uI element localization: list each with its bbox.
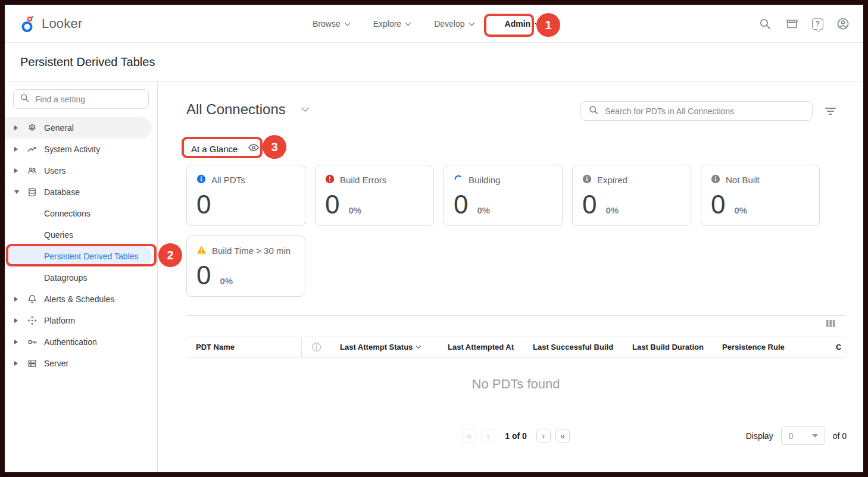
card-value: 0 <box>196 263 211 288</box>
select-caret-icon <box>812 434 818 438</box>
sidebar-item-platform[interactable]: Platform <box>5 310 157 331</box>
main-menu: Browse Explore Develop Admin <box>313 5 539 43</box>
display-of-label: of 0 <box>833 431 847 441</box>
card-percent: 0% <box>220 276 233 286</box>
previous-page-button[interactable]: ‹ <box>481 429 495 443</box>
menu-explore[interactable]: Explore <box>373 19 410 29</box>
pdt-main-content: All Connections At a Glance <box>158 81 863 472</box>
card-build-errors: Build Errors 0 0% <box>315 165 434 226</box>
display-count-control: Display 0 of 0 <box>746 426 847 445</box>
menu-admin[interactable]: Admin <box>505 19 540 29</box>
sidebar-item-database[interactable]: Database <box>5 181 157 203</box>
sidebar-item-server[interactable]: Server <box>5 353 157 374</box>
sidebar-item-alerts-schedules[interactable]: Alerts & Schedules <box>5 288 157 310</box>
card-build-time: Build Time > 30 min 0 0% <box>186 236 305 297</box>
expand-arrow-icon[interactable] <box>14 318 18 323</box>
server-icon <box>26 358 38 369</box>
display-count-value: 0 <box>789 431 794 441</box>
sidebar-item-users[interactable]: Users <box>5 160 157 181</box>
card-percent: 0% <box>605 205 619 215</box>
page-header: Persistent Derived Tables <box>5 43 863 81</box>
card-value: 0 <box>454 192 468 217</box>
card-all-pdts: All PDTs 0 <box>186 165 305 226</box>
glance-cards-row: All PDTs 0 Build Errors 0 0% <box>186 165 820 226</box>
expand-arrow-icon[interactable] <box>14 297 18 302</box>
pdt-table-header: PDT Name Last Attempt Status Last Attemp… <box>186 337 845 357</box>
looker-logo-icon <box>20 15 36 33</box>
expand-arrow-icon[interactable] <box>14 340 18 344</box>
sidebar-item-connections[interactable]: Connections <box>5 203 157 224</box>
display-label: Display <box>746 431 773 441</box>
marketplace-icon[interactable] <box>785 17 800 31</box>
admin-sidebar: General System Activity <box>5 81 158 472</box>
top-navigation-bar: Looker Browse Explore Develop Admin <box>5 5 863 43</box>
eye-icon[interactable] <box>248 142 260 156</box>
sidebar-item-authentication[interactable]: Authentication <box>5 331 157 353</box>
column-header-persistence-rule[interactable]: Persistence Rule <box>722 337 785 357</box>
error-red-icon <box>325 174 335 186</box>
card-value: 0 <box>582 192 597 217</box>
find-setting-input[interactable] <box>35 95 142 104</box>
chevron-down-icon <box>344 20 350 26</box>
column-header-last-attempted-at[interactable]: Last Attempted At <box>448 337 514 357</box>
connection-selector[interactable]: All Connections <box>186 101 308 118</box>
sidebar-item-persistent-derived-tables[interactable]: Persistent Derived Tables <box>5 246 152 267</box>
looker-brand[interactable]: Looker <box>20 5 82 43</box>
help-icon[interactable]: ? <box>812 18 823 30</box>
first-page-button[interactable]: « <box>462 429 476 443</box>
pdt-search-input[interactable] <box>605 106 805 116</box>
question-mark-glyph: ? <box>812 18 823 30</box>
topbar-icon-group: ? <box>758 5 850 43</box>
card-value: 0 <box>325 192 339 217</box>
card-expired: Expired 0 0% <box>572 165 691 226</box>
card-building: Building 0 0% <box>444 165 563 226</box>
chevron-down-icon <box>301 104 309 112</box>
key-icon <box>26 337 38 347</box>
connection-title: All Connections <box>186 101 286 118</box>
brand-name: Looker <box>42 16 82 32</box>
sidebar-search-box[interactable] <box>13 89 149 109</box>
card-percent: 0% <box>477 205 490 215</box>
app-window: Looker Browse Explore Develop Admin <box>0 0 868 477</box>
page-indicator: 1 of 0 <box>505 431 527 441</box>
column-header-last-build-duration[interactable]: Last Build Duration <box>632 337 704 357</box>
menu-develop[interactable]: Develop <box>434 19 473 29</box>
menu-browse[interactable]: Browse <box>313 19 349 29</box>
expand-arrow-icon[interactable] <box>14 125 18 130</box>
column-picker-icon[interactable] <box>826 319 835 330</box>
expand-arrow-icon[interactable] <box>14 147 18 152</box>
next-page-button[interactable]: › <box>536 429 551 443</box>
chevron-down-icon <box>405 20 411 26</box>
platform-arrows-icon <box>26 315 38 326</box>
pdt-search-box[interactable] <box>580 101 813 121</box>
table-top-divider <box>186 315 845 316</box>
info-outline-icon[interactable] <box>311 337 321 357</box>
at-a-glance-toggle[interactable]: At a Glance <box>191 140 260 157</box>
gear-icon <box>26 123 38 133</box>
expand-arrow-icon[interactable] <box>14 168 18 173</box>
expand-arrow-icon[interactable] <box>14 361 18 366</box>
sidebar-item-queries[interactable]: Queries <box>5 224 157 246</box>
empty-table-message: No PDTs found <box>186 376 845 392</box>
info-gray-icon <box>711 174 720 186</box>
collapse-arrow-icon[interactable] <box>14 190 19 194</box>
column-header-last-successful-build[interactable]: Last Successful Build <box>533 337 613 357</box>
card-label: Not Built <box>726 175 760 185</box>
database-icon <box>26 187 38 197</box>
account-icon[interactable] <box>836 17 850 31</box>
last-page-button[interactable]: » <box>555 429 570 443</box>
search-icon[interactable] <box>758 17 772 31</box>
filter-icon[interactable] <box>825 106 839 117</box>
column-header-last-attempt-status[interactable]: Last Attempt Status <box>340 337 420 357</box>
sidebar-item-datagroups[interactable]: Datagroups <box>5 267 157 288</box>
display-count-select[interactable]: 0 <box>781 426 825 445</box>
annotation-badge-3: 3 <box>263 135 286 159</box>
sidebar-item-general[interactable]: General <box>5 117 152 139</box>
sidebar-item-system-activity[interactable]: System Activity <box>5 139 157 160</box>
column-header-clipped[interactable]: C <box>836 337 841 357</box>
at-a-glance-label: At a Glance <box>191 144 238 154</box>
search-icon <box>20 93 30 105</box>
bell-icon <box>26 294 38 305</box>
column-header-pdt-name[interactable]: PDT Name <box>196 337 235 357</box>
sidebar-menu: General System Activity <box>5 117 157 374</box>
